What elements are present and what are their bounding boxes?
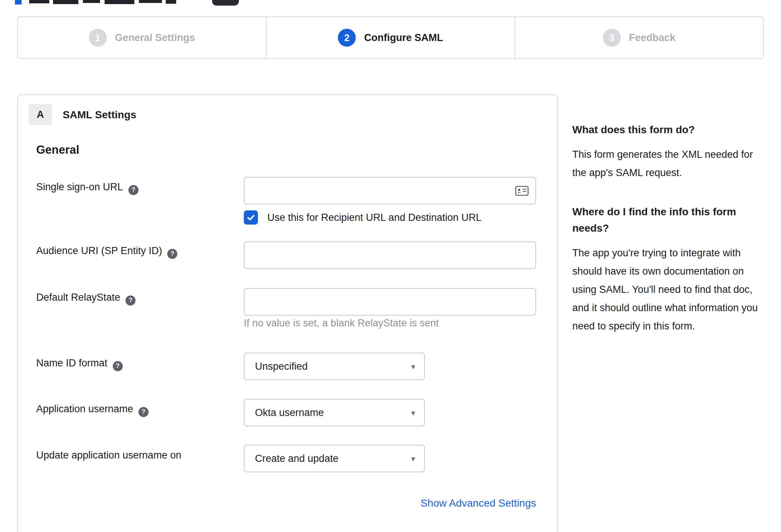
- help-icon[interactable]: ?: [139, 407, 149, 417]
- app-username-value: Okta username: [255, 407, 324, 419]
- update-username-label: Update application username on: [36, 450, 181, 461]
- step-label: Feedback: [629, 32, 676, 44]
- relaystate-label-text: Default RelayState: [36, 292, 120, 303]
- name-id-format-value: Unspecified: [255, 361, 308, 372]
- section-title: SAML Settings: [63, 109, 136, 121]
- relaystate-hint: If no value is set, a blank RelayState i…: [244, 317, 439, 329]
- app-title-fragment: [166, 0, 176, 4]
- name-id-format-select[interactable]: Unspecified ▾: [244, 353, 425, 380]
- app-title-fragment: [29, 0, 49, 3]
- advanced-settings-row: Show Advanced Settings: [244, 497, 536, 509]
- recipient-url-checkbox-row: Use this for Recipient URL and Destinati…: [244, 210, 482, 225]
- step-number-badge: 1: [89, 29, 107, 47]
- group-title-general: General: [36, 143, 79, 157]
- help-heading: What does this form do?: [572, 122, 765, 138]
- app-title-fragment: [139, 0, 162, 3]
- step-configure-saml[interactable]: 2 Configure SAML: [266, 17, 514, 58]
- audience-uri-input[interactable]: [244, 241, 536, 269]
- help-body: The app you're trying to integrate with …: [572, 244, 765, 335]
- app-title-fragment: [83, 0, 100, 3]
- app-username-label: Application username?: [36, 403, 149, 417]
- step-general-settings[interactable]: 1 General Settings: [18, 17, 266, 58]
- help-icon[interactable]: ?: [125, 295, 136, 306]
- help-icon[interactable]: ?: [167, 249, 177, 259]
- audience-uri-label: Audience URI (SP Entity ID)?: [36, 245, 177, 259]
- step-label: General Settings: [115, 32, 195, 44]
- show-advanced-settings-link[interactable]: Show Advanced Settings: [420, 497, 536, 509]
- app-logo-fragment: [15, 0, 22, 4]
- name-id-format-label: Name ID format?: [36, 357, 123, 371]
- help-body: This form generates the XML needed for t…: [572, 145, 765, 182]
- step-number-badge: 3: [603, 29, 621, 47]
- step-label: Configure SAML: [364, 32, 443, 44]
- help-block: Where do I find the info this form needs…: [572, 204, 765, 335]
- recipient-url-checkbox[interactable]: [244, 210, 258, 225]
- wizard-stepper: 1 General Settings 2 Configure SAML 3 Fe…: [17, 16, 764, 59]
- app-settings-fragment: [212, 0, 239, 6]
- sso-url-input-wrap: [244, 177, 536, 204]
- sso-url-label: Single sign-on URL?: [36, 181, 139, 195]
- app-title-fragment: [53, 0, 78, 4]
- sso-url-label-text: Single sign-on URL: [36, 181, 123, 193]
- sso-url-input[interactable]: [244, 177, 536, 204]
- relaystate-input[interactable]: [244, 288, 536, 316]
- relaystate-input-wrap: [244, 288, 536, 316]
- app-title-fragment: [105, 0, 134, 4]
- recipient-url-checkbox-label: Use this for Recipient URL and Destinati…: [267, 212, 482, 223]
- help-sidebar: What does this form do? This form genera…: [572, 122, 765, 335]
- help-block: What does this form do? This form genera…: [572, 122, 765, 182]
- update-username-label-text: Update application username on: [36, 450, 181, 461]
- checkmark-icon: [246, 213, 256, 222]
- relaystate-label: Default RelayState?: [36, 292, 136, 306]
- chevron-down-icon: ▾: [411, 454, 415, 463]
- step-feedback[interactable]: 3 Feedback: [514, 17, 763, 58]
- chevron-down-icon: ▾: [411, 409, 415, 417]
- chevron-down-icon: ▾: [411, 362, 415, 371]
- section-a-badge: A: [29, 104, 52, 125]
- app-username-select[interactable]: Okta username ▾: [244, 399, 425, 426]
- app-username-label-text: Application username: [36, 403, 133, 414]
- saml-settings-card: A SAML Settings General Single sign-on U…: [17, 94, 558, 532]
- contact-card-icon: [515, 186, 529, 196]
- help-icon[interactable]: ?: [128, 185, 139, 195]
- help-heading: Where do I find the info this form needs…: [572, 204, 765, 237]
- audience-uri-label-text: Audience URI (SP Entity ID): [36, 245, 162, 256]
- update-username-select[interactable]: Create and update ▾: [244, 445, 425, 472]
- audience-uri-input-wrap: [244, 241, 536, 269]
- update-username-value: Create and update: [255, 453, 339, 464]
- name-id-format-label-text: Name ID format: [36, 357, 108, 369]
- step-number-badge: 2: [338, 29, 356, 47]
- help-icon[interactable]: ?: [113, 361, 123, 371]
